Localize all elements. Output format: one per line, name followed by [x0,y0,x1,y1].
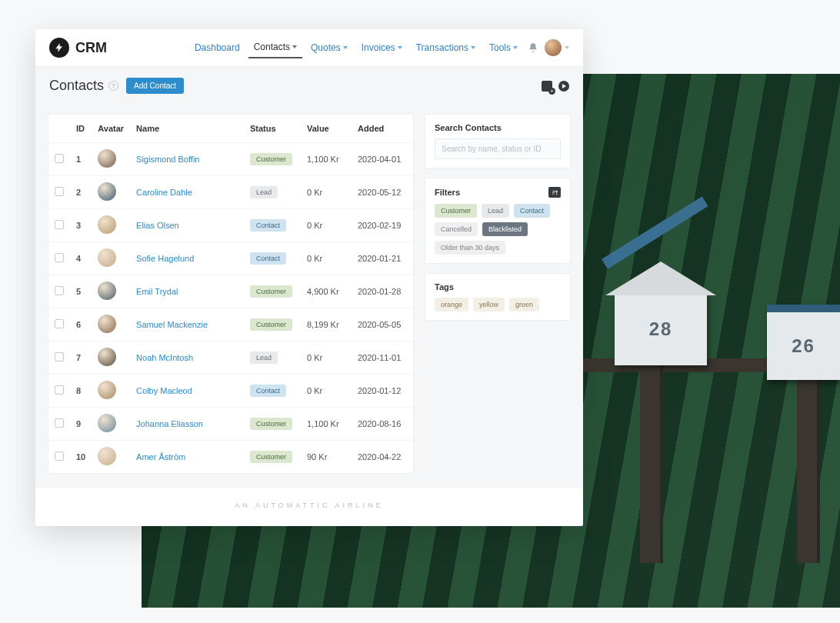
avatar[interactable] [98,149,116,168]
table-row: 9Johanna EliassonCustomer1,100 Kr2020-08… [48,408,413,441]
cell-value: 90 Kr [301,441,352,474]
table-row: 4Sofie HagelundContact0 Kr2020-01-21 [48,242,413,275]
contact-name-link[interactable]: Sofie Hagelund [136,254,194,263]
search-card: Search Contacts [425,114,571,168]
row-checkbox[interactable] [55,253,64,262]
avatar[interactable] [98,414,116,432]
cell-value: 8,199 Kr [301,308,352,341]
info-icon[interactable]: ? [108,81,118,91]
row-checkbox[interactable] [55,187,64,196]
row-checkbox[interactable] [55,385,64,395]
contact-name-link[interactable]: Samuel Mackenzie [136,320,208,329]
col-avatar[interactable]: Avatar [92,115,130,143]
row-checkbox[interactable] [55,451,64,461]
cell-value: 0 Kr [301,341,352,375]
filter-chip-contact[interactable]: Contact [514,204,550,218]
contact-name-link[interactable]: Sigismond Boffin [136,155,199,164]
chevron-down-icon [292,45,297,48]
cell-id: 10 [70,441,92,474]
cell-added: 2020-04-22 [352,441,413,474]
contacts-table: ID Avatar Name Status Value Added 1Sigis… [48,115,413,473]
contact-name-link[interactable]: Elias Olsen [136,221,179,230]
row-checkbox[interactable] [55,220,64,229]
row-checkbox[interactable] [55,418,64,428]
cell-added: 2020-04-01 [352,143,413,176]
col-status[interactable]: Status [244,115,301,143]
search-input[interactable] [435,138,561,159]
body-area: ID Avatar Name Status Value Added 1Sigis… [35,105,583,488]
filter-chip-older[interactable]: Older than 30 days [435,241,505,255]
contact-name-link[interactable]: Noah McIntosh [136,353,193,362]
sort-toggle-icon[interactable] [548,187,561,198]
contact-name-link[interactable]: Caroline Dahle [136,188,192,197]
cell-added: 2020-08-16 [352,408,413,441]
row-checkbox[interactable] [55,352,64,361]
avatar[interactable] [98,315,116,333]
crm-app-window: CRM DashboardContactsQuotesInvoicesTrans… [35,29,583,526]
nav-transactions[interactable]: Transactions [411,38,481,58]
add-card-icon[interactable] [542,81,552,92]
nav-label: Transactions [416,42,468,53]
nav-contacts[interactable]: Contacts [248,37,302,58]
nav-label: Contacts [254,42,290,52]
user-menu-caret-icon[interactable] [565,46,569,49]
notifications-icon[interactable] [528,42,538,53]
nav-invoices[interactable]: Invoices [356,38,408,58]
avatar[interactable] [98,447,116,465]
cell-id: 4 [70,242,92,275]
filters-card: Filters CustomerLeadContactCancelledBlac… [425,178,571,264]
filter-chip-cancelled[interactable]: Cancelled [435,222,478,236]
tag-chip[interactable]: green [509,298,539,312]
table-row: 10Amer ÅströmCustomer90 Kr2020-04-22 [48,441,413,474]
sidebar: Search Contacts Filters CustomerLeadCont… [425,114,571,474]
row-checkbox[interactable] [55,154,64,163]
filter-chip-customer[interactable]: Customer [435,204,477,218]
status-badge: Customer [250,451,292,463]
table-row: 6Samuel MackenzieCustomer8,199 Kr2020-05… [48,308,413,341]
play-icon[interactable] [558,81,569,92]
user-avatar[interactable] [545,39,562,56]
col-id[interactable]: ID [70,115,92,143]
status-badge: Customer [250,153,292,165]
contacts-table-panel: ID Avatar Name Status Value Added 1Sigis… [48,114,414,474]
filter-chip-blacklisted[interactable]: Blacklisted [482,222,528,236]
cell-id: 3 [70,209,92,242]
page-header: Contacts ? Add Contact [35,67,583,105]
col-value[interactable]: Value [301,115,352,143]
avatar[interactable] [98,381,116,399]
table-row: 1Sigismond BoffinCustomer1,100 Kr2020-04… [48,143,413,176]
status-badge: Lead [250,186,278,198]
row-checkbox[interactable] [55,286,64,295]
nav-tools[interactable]: Tools [484,38,523,58]
tag-chip[interactable]: orange [435,298,468,312]
cell-value: 1,100 Kr [301,143,352,176]
table-row: 8Colby MacleodContact0 Kr2020-01-12 [48,375,413,408]
contact-name-link[interactable]: Johanna Eliasson [136,419,203,428]
nav-label: Dashboard [195,42,240,53]
nav-quotes[interactable]: Quotes [305,38,353,58]
cell-value: 0 Kr [301,242,352,275]
contact-name-link[interactable]: Colby Macleod [136,386,192,395]
contact-name-link[interactable]: Amer Åström [136,452,185,461]
app-name: CRM [75,40,107,56]
cell-value: 0 Kr [301,209,352,242]
avatar[interactable] [98,248,116,267]
filter-chip-lead[interactable]: Lead [482,204,509,218]
avatar[interactable] [98,282,116,300]
add-contact-button[interactable]: Add Contact [126,78,184,94]
row-checkbox[interactable] [55,319,64,328]
col-name[interactable]: Name [130,115,244,143]
table-row: 5Emil TrydalCustomer4,900 Kr2020-01-28 [48,275,413,308]
nav-dashboard[interactable]: Dashboard [189,38,245,58]
avatar[interactable] [98,215,116,234]
contact-name-link[interactable]: Emil Trydal [136,287,178,296]
avatar[interactable] [98,182,116,201]
logo-icon [49,38,69,58]
cell-added: 2020-05-05 [352,308,413,341]
col-added[interactable]: Added [352,115,413,143]
tag-chip[interactable]: yellow [473,298,505,312]
chevron-down-icon [343,46,348,49]
avatar[interactable] [98,348,116,366]
cell-added: 2020-01-28 [352,275,413,308]
mailbox-left: 28 [615,292,707,365]
